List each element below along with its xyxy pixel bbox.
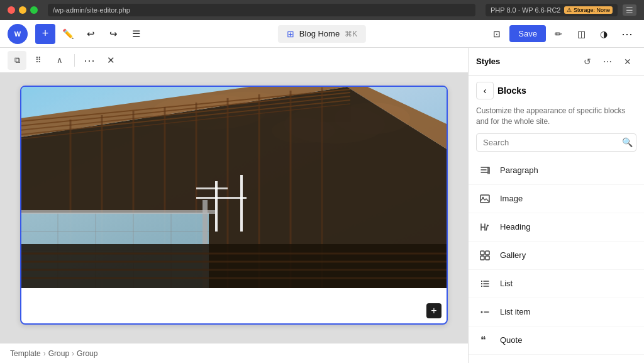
- revisions-button[interactable]: ↺: [579, 53, 596, 70]
- page-breadcrumb-center[interactable]: ⊞ Blog Home ⌘K: [278, 25, 366, 43]
- top-toolbar: W + ✏️ ↩ ↪ ☰ ⊞ Blog Home ⌘K ⊡ Save ✏ ◫ ◑…: [0, 20, 644, 48]
- block-item-image[interactable]: Image: [469, 185, 644, 213]
- block-item-label-gallery: Gallery: [500, 250, 526, 260]
- maximize-light[interactable]: [30, 6, 38, 14]
- svg-rect-52: [481, 283, 482, 284]
- search-icon-button[interactable]: 🔍: [622, 137, 633, 147]
- blocks-search-box: 🔍: [476, 133, 636, 152]
- list-view-button[interactable]: ☰: [126, 24, 146, 44]
- block-item-label-image: Image: [500, 194, 523, 203]
- panel-close-button[interactable]: ✕: [619, 53, 636, 70]
- bc-group-1[interactable]: Group: [48, 349, 69, 358]
- block-close-button[interactable]: ✕: [101, 51, 120, 70]
- blocks-back-button[interactable]: ‹: [476, 82, 494, 99]
- block-item-label-paragraph: Paragraph: [500, 165, 538, 175]
- editor-wrap: W + ✏️ ↩ ↪ ☰ ⊞ Blog Home ⌘K ⊡ Save ✏ ◫ ◑…: [0, 20, 644, 363]
- svg-rect-43: [196, 187, 228, 189]
- blocks-title: Blocks: [497, 86, 526, 96]
- svg-text:❝: ❝: [480, 335, 486, 345]
- canvas-area: ⧉ ⠿ ∧ ⋯ ✕: [0, 48, 468, 363]
- block-type-button[interactable]: ⧉: [8, 51, 26, 70]
- heading-icon: [476, 218, 494, 236]
- title-bar: /wp-admin/site-editor.php PHP 8.0 · WP 6…: [0, 0, 644, 20]
- list-icon: [476, 275, 494, 293]
- blocks-section-header: ‹ Blocks: [469, 75, 644, 106]
- panel-header: Styles ↺ ⋯ ✕: [469, 48, 644, 75]
- bc-sep-2: ›: [72, 349, 74, 358]
- block-item-paragraph[interactable]: Paragraph: [469, 157, 644, 185]
- quote-icon: ❝: [476, 332, 494, 349]
- bc-sep-1: ›: [43, 349, 46, 358]
- close-light[interactable]: [8, 6, 15, 14]
- svg-rect-47: [480, 251, 484, 255]
- theme-button[interactable]: ◑: [594, 24, 614, 44]
- block-item-list[interactable]: List: [469, 270, 644, 298]
- add-block-button[interactable]: +: [35, 24, 55, 44]
- svg-rect-42: [240, 175, 243, 232]
- block-list: ParagraphImageHeadingGalleryListList ite…: [469, 157, 644, 363]
- page-preview: +: [20, 86, 448, 325]
- toolbar-divider: [74, 54, 75, 67]
- panel-more-button[interactable]: ⋯: [599, 53, 616, 70]
- minimize-light[interactable]: [19, 6, 26, 14]
- php-info-bar: PHP 8.0 · WP 6.6-RC2 ⚠ Storage: None: [486, 4, 618, 16]
- canvas-add-button[interactable]: +: [426, 303, 441, 318]
- block-item-label-heading: Heading: [500, 222, 530, 232]
- svg-rect-49: [480, 256, 484, 260]
- gallery-icon: [476, 247, 494, 264]
- svg-rect-48: [486, 251, 489, 255]
- svg-rect-35: [21, 210, 215, 214]
- block-toolbar: ⧉ ⠿ ∧ ⋯ ✕: [0, 48, 468, 73]
- url-bar[interactable]: /wp-admin/site-editor.php: [48, 4, 475, 16]
- paragraph-icon: [476, 162, 494, 179]
- warning-badge: ⚠ Storage: None: [564, 6, 613, 14]
- toolbar-right: ⊡ Save ✏ ◫ ◑ ⋯: [487, 24, 636, 44]
- customize-button[interactable]: ✏: [548, 24, 569, 44]
- block-item-label-list: List: [500, 279, 513, 288]
- panel-title: Styles: [476, 57, 576, 66]
- block-item-label-list-item: List item: [500, 307, 530, 316]
- more-options-button[interactable]: ⋯: [616, 24, 636, 44]
- preview-button[interactable]: ⊡: [487, 24, 507, 44]
- image-icon: [476, 190, 494, 208]
- block-item-label-quote: Quote: [500, 335, 522, 345]
- bc-group-2[interactable]: Group: [77, 349, 97, 358]
- svg-rect-44: [196, 197, 247, 199]
- list-item-icon: [476, 303, 494, 321]
- block-more-button[interactable]: ⋯: [80, 51, 99, 70]
- traffic-lights: [8, 6, 38, 14]
- php-info-text: PHP 8.0 · WP 6.6-RC2: [491, 6, 560, 14]
- svg-point-54: [481, 311, 483, 313]
- bc-template[interactable]: Template: [10, 349, 41, 358]
- block-item-list-item[interactable]: List item: [469, 298, 644, 327]
- titlebar-menu-button[interactable]: ☰: [623, 4, 636, 16]
- canvas-content: +: [0, 73, 468, 343]
- tools-button[interactable]: ✏️: [58, 24, 78, 44]
- block-item-archives[interactable]: Archives: [469, 355, 644, 363]
- block-item-heading[interactable]: Heading: [469, 213, 644, 242]
- layout-button[interactable]: ◫: [571, 24, 591, 44]
- building-image: [21, 87, 447, 288]
- wp-logo[interactable]: W: [8, 24, 28, 44]
- svg-rect-36: [21, 244, 447, 288]
- redo-button[interactable]: ↪: [103, 24, 123, 44]
- svg-rect-53: [481, 286, 482, 287]
- blocks-search-input[interactable]: [476, 133, 636, 152]
- blocks-desc: Customize the appearance of specific blo…: [469, 106, 644, 133]
- block-item-gallery[interactable]: Gallery: [469, 242, 644, 270]
- svg-rect-50: [486, 256, 489, 260]
- svg-point-46: [482, 196, 484, 198]
- page-title: Blog Home: [299, 29, 340, 38]
- save-button[interactable]: Save: [509, 25, 546, 42]
- svg-text:W: W: [14, 30, 21, 38]
- undo-button[interactable]: ↩: [80, 24, 101, 44]
- svg-rect-45: [480, 195, 489, 203]
- page-icon: ⊞: [287, 29, 294, 39]
- styles-panel: Styles ↺ ⋯ ✕ ‹ Blocks Customize the appe…: [468, 48, 644, 363]
- collapse-button[interactable]: ∧: [50, 51, 69, 70]
- drag-handle[interactable]: ⠿: [29, 51, 48, 70]
- block-item-quote[interactable]: ❝Quote: [469, 327, 644, 355]
- editor-body: ⧉ ⠿ ∧ ⋯ ✕: [0, 48, 644, 363]
- shortcut-label: ⌘K: [345, 30, 357, 38]
- svg-rect-51: [481, 281, 482, 282]
